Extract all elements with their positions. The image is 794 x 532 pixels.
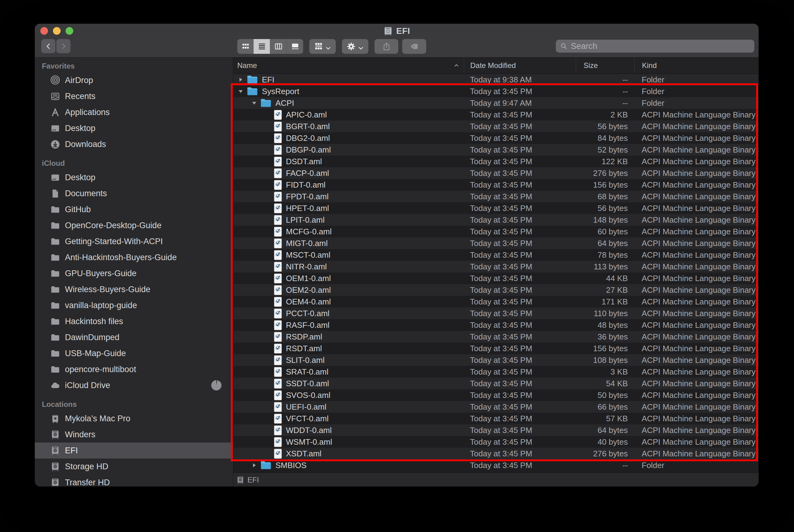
disclosure-triangle-expanded-icon[interactable] (237, 88, 244, 95)
column-header-kind[interactable]: Kind (634, 57, 759, 74)
sidebar-item-vanilla-laptop-guide[interactable]: vanilla-laptop-guide (35, 297, 233, 314)
kind-cell: ACPI Machine Language Binary (634, 204, 759, 213)
view-segment-gallery-view[interactable] (287, 39, 303, 54)
sidebar-item-desktop[interactable]: Desktop (35, 120, 233, 136)
column-header-name[interactable]: Name (233, 57, 464, 74)
file-row-svos-0-aml[interactable]: SVOS-0.amlToday at 3:45 PM50 bytesACPI M… (233, 389, 759, 401)
file-name: ACPI (275, 98, 294, 108)
recents-icon (50, 91, 60, 101)
file-row-msct-0-aml[interactable]: MSCT-0.amlToday at 3:45 PM78 bytesACPI M… (233, 249, 759, 261)
share-button[interactable] (374, 39, 398, 54)
file-row-migt-0-aml[interactable]: MIGT-0.amlToday at 3:45 PM64 bytesACPI M… (233, 238, 759, 249)
column-header-size[interactable]: Size (576, 57, 634, 74)
forward-button[interactable] (56, 39, 71, 53)
chevron-down-icon (358, 44, 364, 50)
view-segment-icon-view[interactable] (237, 39, 254, 54)
sidebar-item-storage-hd[interactable]: Storage HD (35, 458, 233, 475)
file-row-wsmt-0-aml[interactable]: WSMT-0.amlToday at 3:45 PM40 bytesACPI M… (233, 436, 759, 448)
size-cell: 52 bytes (576, 145, 634, 155)
file-row-acpi[interactable]: ACPIToday at 9:47 AM--Folder (233, 97, 759, 109)
file-row-slit-0-aml[interactable]: SLIT-0.amlToday at 3:45 PM108 bytesACPI … (233, 354, 759, 366)
name-cell: OEM2-0.aml (233, 285, 464, 295)
file-row-lpit-0-aml[interactable]: LPIT-0.amlToday at 3:45 PM148 bytesACPI … (233, 214, 759, 226)
status-path-label[interactable]: EFI (247, 476, 259, 484)
file-row-rasf-0-aml[interactable]: RASF-0.amlToday at 3:45 PM48 bytesACPI M… (233, 319, 759, 331)
sidebar-item-documents[interactable]: Documents (35, 186, 233, 202)
file-row-oem4-0-aml[interactable]: OEM4-0.amlToday at 3:45 PM171 KBACPI Mac… (233, 296, 759, 307)
sidebar-item-efi[interactable]: EFI (35, 442, 233, 458)
sidebar-item-mykola-s-mac-pro[interactable]: Mykola’s Mac Pro (35, 411, 233, 426)
sidebar-item-label: opencore-multiboot (65, 365, 136, 374)
file-row-mcfg-0-aml[interactable]: MCFG-0.amlToday at 3:45 PM60 bytesACPI M… (233, 226, 759, 238)
file-row-nitr-0-aml[interactable]: NITR-0.amlToday at 3:45 PM113 bytesACPI … (233, 261, 759, 272)
tag-button[interactable] (402, 39, 426, 54)
file-row-srat-0-aml[interactable]: SRAT-0.amlToday at 3:45 PM3 KBACPI Machi… (233, 366, 759, 378)
search-icon (560, 42, 568, 50)
aml-file-icon (274, 133, 282, 143)
group-by-button[interactable] (309, 39, 336, 54)
file-row-efi[interactable]: EFIToday at 9:38 AM--Folder (233, 74, 759, 86)
disclosure-triangle-collapsed-icon[interactable] (251, 461, 258, 469)
sidebar-item-transfer-hd[interactable]: Transfer HD (35, 475, 233, 487)
file-row-ssdt-0-aml[interactable]: SSDT-0.amlToday at 3:45 PM54 KBACPI Mach… (233, 378, 759, 389)
sidebar-item-usb-map-guide[interactable]: USB-Map-Guide (35, 345, 233, 361)
sidebar-item-opencore-multiboot[interactable]: opencore-multiboot (35, 361, 233, 377)
file-row-fpdt-0-aml[interactable]: FPDT-0.amlToday at 3:45 PM68 bytesACPI M… (233, 191, 759, 202)
sidebar-item-downloads[interactable]: Downloads (35, 136, 233, 152)
sidebar-item-recents[interactable]: Recents (35, 88, 233, 104)
search-input[interactable] (570, 41, 750, 51)
date-modified-cell: Today at 3:45 PM (464, 215, 576, 225)
file-row-xsdt-aml[interactable]: XSDT.amlToday at 3:45 PM276 bytesACPI Ma… (233, 448, 759, 459)
file-row-dbgp-0-aml[interactable]: DBGP-0.amlToday at 3:45 PM52 bytesACPI M… (233, 144, 759, 156)
sidebar-item-github[interactable]: GitHub (35, 202, 233, 217)
file-row-rsdt-aml[interactable]: RSDT.amlToday at 3:45 PM156 bytesACPI Ma… (233, 343, 759, 354)
sidebar-item-label: Wireless-Buyers-Guide (65, 285, 150, 294)
kind-cell: ACPI Machine Language Binary (634, 110, 759, 120)
sidebar-item-hackintosh-files[interactable]: Hackintosh files (35, 314, 233, 329)
file-row-oem2-0-aml[interactable]: OEM2-0.amlToday at 3:45 PM27 KBACPI Mach… (233, 284, 759, 296)
sidebar-item-winders[interactable]: Winders (35, 426, 233, 442)
file-row-smbios[interactable]: SMBIOSToday at 3:45 PM--Folder (233, 459, 759, 471)
name-cell: ACPI (233, 98, 464, 108)
disclosure-triangle-expanded-icon[interactable] (251, 99, 258, 107)
file-row-oem1-0-aml[interactable]: OEM1-0.amlToday at 3:45 PM44 KBACPI Mach… (233, 272, 759, 284)
sidebar-item-airdrop[interactable]: AirDrop (35, 72, 233, 88)
view-segment-column-view[interactable] (270, 39, 287, 54)
file-row-fidt-0-aml[interactable]: FIDT-0.amlToday at 3:45 PM156 bytesACPI … (233, 179, 759, 191)
file-row-wddt-0-aml[interactable]: WDDT-0.amlToday at 3:45 PM64 bytesACPI M… (233, 424, 759, 436)
sidebar-item-applications[interactable]: Applications (35, 104, 233, 120)
file-row-uefi-0-aml[interactable]: UEFI-0.amlToday at 3:45 PM66 bytesACPI M… (233, 401, 759, 413)
action-menu-button[interactable] (342, 39, 368, 54)
file-row-hpet-0-aml[interactable]: HPET-0.amlToday at 3:45 PM56 bytesACPI M… (233, 202, 759, 214)
file-row-apic-0-aml[interactable]: APIC-0.amlToday at 3:45 PM2 KBACPI Machi… (233, 109, 759, 120)
sidebar-item-dawindumped[interactable]: DawinDumped (35, 329, 233, 345)
size-cell: 48 bytes (576, 320, 634, 330)
file-row-bgrt-0-aml[interactable]: BGRT-0.amlToday at 3:45 PM56 bytesACPI M… (233, 120, 759, 132)
sidebar-item-opencore-desktop-guide[interactable]: OpenCore-Desktop-Guide (35, 217, 233, 233)
file-row-vfct-0-aml[interactable]: VFCT-0.amlToday at 3:45 PM57 KBACPI Mach… (233, 413, 759, 424)
view-segment-list-view[interactable] (254, 39, 270, 54)
file-row-dsdt-aml[interactable]: DSDT.amlToday at 3:45 PM122 KBACPI Machi… (233, 156, 759, 167)
name-cell: WDDT-0.aml (233, 425, 464, 435)
sidebar-item-gpu-buyers-guide[interactable]: GPU-Buyers-Guide (35, 265, 233, 281)
sidebar-item-getting-started-with-acpi[interactable]: Getting-Started-With-ACPI (35, 233, 233, 249)
column-header-date-modified[interactable]: Date Modified (464, 57, 576, 74)
sidebar-item-label: Downloads (65, 139, 106, 149)
file-row-rsdp-aml[interactable]: RSDP.amlToday at 3:45 PM36 bytesACPI Mac… (233, 331, 759, 343)
sidebar-item-icloud-drive[interactable]: iCloud Drive (35, 377, 233, 393)
sidebar-item-wireless-buyers-guide[interactable]: Wireless-Buyers-Guide (35, 281, 233, 297)
file-name: SysReport (262, 87, 299, 96)
file-row-pcct-0-aml[interactable]: PCCT-0.amlToday at 3:45 PM110 bytesACPI … (233, 307, 759, 319)
sidebar-item-desktop[interactable]: Desktop (35, 169, 233, 186)
search-field[interactable] (556, 40, 754, 53)
sidebar-item-anti-hackintosh-buyers-guide[interactable]: Anti-Hackintosh-Buyers-Guide (35, 249, 233, 265)
kind-cell: Folder (634, 98, 759, 108)
disclosure-triangle-collapsed-icon[interactable] (237, 76, 244, 83)
file-row-facp-0-aml[interactable]: FACP-0.amlToday at 3:45 PM276 bytesACPI … (233, 167, 759, 179)
folder-blue-icon (260, 461, 272, 470)
file-row-sysreport[interactable]: SysReportToday at 3:45 PM--Folder (233, 86, 759, 97)
size-cell: -- (576, 87, 634, 96)
file-name: WDDT-0.aml (286, 425, 332, 435)
file-row-dbg2-0-aml[interactable]: DBG2-0.amlToday at 3:45 PM84 bytesACPI M… (233, 132, 759, 144)
back-button[interactable] (41, 39, 55, 53)
